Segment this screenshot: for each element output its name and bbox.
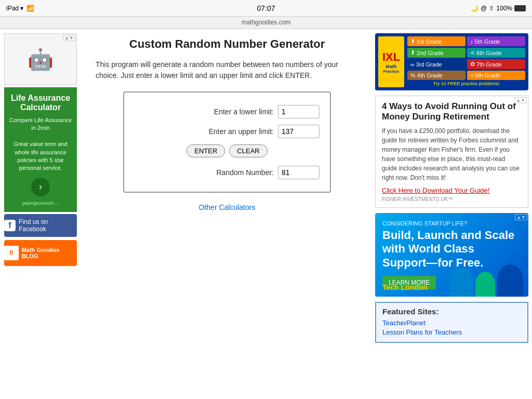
- page-title: Custom Random Number Generator: [96, 37, 358, 51]
- facebook-banner[interactable]: f Find us on Facebook: [4, 214, 77, 237]
- facebook-icon: f: [4, 220, 16, 231]
- description: This program will generate a random numb…: [96, 59, 358, 81]
- life-assurance-arrow[interactable]: ›: [31, 178, 50, 196]
- status-right: 🌙 @ ⇧ 100%: [471, 5, 526, 12]
- blog-icon: B: [4, 246, 19, 260]
- facebook-text: Find us on Facebook: [19, 218, 77, 233]
- left-sidebar: ▲▼ 🤖 Life Assurance Calculator Compare L…: [0, 29, 83, 399]
- left-ad-banner[interactable]: ▲▼ 🤖: [4, 33, 77, 85]
- life-assurance-title: Life Assurance Calculator: [8, 94, 73, 112]
- grade-8[interactable]: ≈ 8th Grade: [467, 71, 525, 80]
- grade-4-label: 4th Grade: [417, 72, 443, 78]
- fisher-download-link[interactable]: Click Here to Download Your Guide!: [382, 187, 522, 194]
- main-content: Custom Random Number Generator This prog…: [83, 29, 371, 399]
- blog-text: Math Goodies BLOG: [22, 247, 77, 259]
- page-layout: ▲▼ 🤖 Life Assurance Calculator Compare L…: [0, 29, 532, 399]
- robot-image: 🤖: [28, 47, 54, 72]
- ixl-ad[interactable]: IXL Math Practice ⬆ 1st Grade ♪ 5th Grad…: [375, 33, 528, 90]
- status-bar: iPad ▾ 📶 07:07 🌙 @ ⇧ 100%: [0, 0, 532, 17]
- wifi-icon: 📶: [26, 5, 34, 12]
- battery-label: 100%: [496, 5, 512, 12]
- featured-sites-title: Featured Sites:: [382, 307, 521, 316]
- fisher-ad-label: ▲▼: [514, 97, 527, 103]
- upper-limit-row: Enter an upper limit:: [135, 125, 320, 138]
- grade-7[interactable]: ✿ 7th Grade: [467, 59, 525, 69]
- fisher-title: 4 Ways to Avoid Running Out of Money Dur…: [382, 101, 522, 122]
- life-assurance-footer: payingtoomuch....: [8, 201, 73, 206]
- moon-icon: 🌙: [471, 5, 478, 12]
- clock: 07:07: [257, 4, 275, 12]
- calculator-box: Enter a lower limit: Enter an upper limi…: [123, 91, 331, 193]
- other-calculators-anchor[interactable]: Other Calculators: [199, 203, 256, 211]
- tech-eyebrow: CONSIDERING STARTUP LIFE?: [382, 220, 521, 227]
- battery-icon: [514, 5, 526, 11]
- blog-banner[interactable]: B Math Goodies BLOG: [4, 240, 77, 266]
- url-bar: mathgoodies.com: [0, 17, 532, 29]
- life-assurance-ad[interactable]: Life Assurance Calculator Compare Life A…: [4, 87, 77, 212]
- tech-headline: Build, Launch and Scale with World Class…: [382, 229, 521, 270]
- grade-4[interactable]: % 4th Grade: [407, 71, 466, 80]
- location-icon: ⇧: [489, 5, 494, 12]
- tech-london-logo: Tech London: [382, 283, 428, 291]
- lower-limit-input[interactable]: [278, 105, 320, 118]
- ipad-label: iPad ▾: [6, 5, 23, 12]
- fisher-ad[interactable]: ▲▼ 4 Ways to Avoid Running Out of Money …: [375, 96, 528, 208]
- url-text: mathgoodies.com: [242, 19, 291, 26]
- upper-limit-input[interactable]: [278, 125, 320, 138]
- upper-limit-label: Enter an upper limit:: [209, 127, 274, 136]
- result-row: Random Number:: [135, 166, 320, 179]
- grade-5[interactable]: ♪ 5th Grade: [467, 36, 525, 46]
- ixl-math-text: Math: [386, 64, 397, 69]
- clear-button[interactable]: CLEAR: [229, 144, 267, 157]
- featured-link-teacher-planet[interactable]: TeacherPlanet: [382, 319, 521, 327]
- random-number-output: [278, 166, 320, 179]
- grade-5-label: 5th Grade: [475, 38, 500, 45]
- tech-london-ad[interactable]: ▲▼ CONSIDERING STARTUP LIFE? Build, Laun…: [375, 213, 528, 297]
- xl-grades-grid: ⬆ 1st Grade ♪ 5th Grade ⬆ 2nd Grade ≺ 6t…: [407, 36, 525, 80]
- grade-8-label: 8th Grade: [475, 72, 500, 78]
- other-calculators-link[interactable]: Other Calculators: [96, 203, 358, 211]
- random-number-label: Random Number:: [217, 168, 274, 177]
- lower-limit-row: Enter a lower limit:: [135, 105, 320, 118]
- grade-3[interactable]: ∞ 3rd Grade: [407, 59, 466, 69]
- ixl-practice-text: Practice: [383, 69, 399, 74]
- enter-button[interactable]: ENTER: [187, 144, 225, 157]
- at-icon: @: [481, 5, 487, 12]
- right-sidebar: IXL Math Practice ⬆ 1st Grade ♪ 5th Grad…: [371, 29, 532, 399]
- featured-sites: Featured Sites: TeacherPlanet Lesson Pla…: [375, 302, 528, 343]
- featured-link-lesson-plans[interactable]: Lesson Plans for Teachers: [382, 328, 521, 336]
- ixl-text: IXL: [382, 50, 400, 64]
- fisher-body: If you have a £250,000 portfolio, downlo…: [382, 126, 522, 182]
- lower-limit-label: Enter a lower limit:: [214, 108, 274, 116]
- xl-free-text: Try 10 FREE practice problems!: [407, 80, 525, 87]
- life-assurance-body: Compare Life Assurance in 2minGreat valu…: [8, 116, 73, 172]
- tech-ad-label: ▲▼: [515, 214, 527, 220]
- ad-label-icon: ▲▼: [63, 35, 75, 41]
- grade-6-label: 6th Grade: [476, 50, 502, 56]
- grade-2[interactable]: ⬆ 2nd Grade: [407, 48, 466, 58]
- tech-circles-decoration: [450, 264, 523, 297]
- grade-1[interactable]: ⬆ 1st Grade: [407, 36, 466, 46]
- grade-2-label: 2nd Grade: [417, 50, 444, 56]
- buttons-row: ENTER CLEAR: [135, 144, 320, 157]
- grade-3-label: 3rd Grade: [416, 61, 442, 68]
- grade-1-label: 1st Grade: [417, 38, 442, 45]
- fisher-footer: FISHER INVESTMENTS UK™: [382, 196, 522, 202]
- grade-6[interactable]: ≺ 6th Grade: [467, 48, 525, 58]
- status-left: iPad ▾ 📶: [6, 5, 34, 12]
- grade-7-label: 7th Grade: [476, 61, 502, 68]
- ixl-logo: IXL Math Practice: [378, 36, 404, 87]
